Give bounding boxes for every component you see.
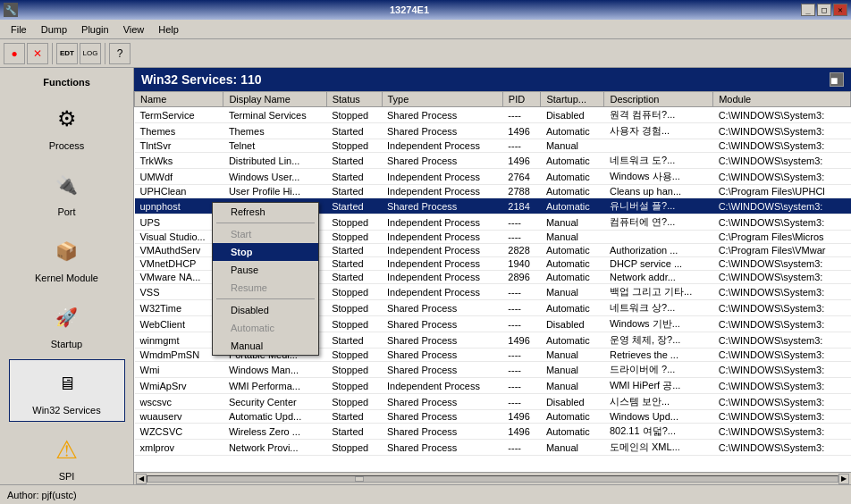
table-cell: Stopped xyxy=(326,139,382,153)
context-menu-item-refresh[interactable]: Refresh xyxy=(213,203,318,221)
table-cell: wuauserv xyxy=(135,410,223,424)
table-cell: Wireless Zero ... xyxy=(223,424,326,440)
table-cell: C:\WINDOWS\system3: xyxy=(713,271,851,284)
table-cell: Themes xyxy=(223,123,326,139)
table-row[interactable]: TrkWksDistributed Lin...StartedShared Pr… xyxy=(135,153,851,169)
menu-file[interactable]: File xyxy=(4,22,34,37)
table-cell: VMAuthdServ xyxy=(135,244,223,257)
table-cell: Authorization ... xyxy=(604,244,713,257)
minimize-button[interactable]: _ xyxy=(801,4,815,16)
table-row[interactable]: wscsvсSecurity CenterStoppedShared Proce… xyxy=(135,394,851,410)
table-cell: WmiApSrv xyxy=(135,378,223,394)
col-desc[interactable]: Description xyxy=(604,92,713,107)
context-menu-item-manual[interactable]: Manual xyxy=(213,337,318,355)
content-header-icon[interactable]: ■ xyxy=(830,72,844,87)
table-cell: C:\Program Files\UPHCl xyxy=(713,185,851,198)
table-cell: WMI HiPerf 공... xyxy=(604,378,713,394)
menu-view[interactable]: View xyxy=(116,22,152,37)
table-cell: 백업 그리고 기타... xyxy=(604,284,713,300)
table-cell: Shared Process xyxy=(382,198,502,214)
menu-help[interactable]: Help xyxy=(151,22,186,37)
context-menu-item-disabled[interactable]: Disabled xyxy=(213,301,318,319)
sidebar-label-kernel: Kernel Module xyxy=(35,273,98,283)
table-cell: Manual xyxy=(541,139,604,153)
table-cell: 1496 xyxy=(502,424,541,440)
menu-plugin[interactable]: Plugin xyxy=(74,22,116,37)
table-cell: 2896 xyxy=(502,271,541,284)
table-cell: 네트워크 상?... xyxy=(604,300,713,316)
table-cell: Stopped xyxy=(326,231,382,244)
process-icon: ⚙ xyxy=(49,101,85,137)
toolbar-log-btn[interactable]: LOG xyxy=(80,43,101,64)
horizontal-scrollbar[interactable]: ◀ ▶ xyxy=(134,472,851,484)
table-cell: WZCSVC xyxy=(135,424,223,440)
col-module[interactable]: Module xyxy=(713,92,851,107)
table-cell: Windows Man... xyxy=(223,362,326,378)
table-cell: C:\WINDOWS\system3: xyxy=(713,257,851,271)
col-display[interactable]: Display Name xyxy=(223,92,326,107)
context-menu-item-pause[interactable]: Pause xyxy=(213,261,318,279)
toolbar-red-btn[interactable]: ● xyxy=(4,43,25,64)
col-pid[interactable]: PID xyxy=(502,92,541,107)
table-cell: Cleans up han... xyxy=(604,185,713,198)
sidebar-item-port[interactable]: 🔌 Port xyxy=(9,161,125,223)
maximize-button[interactable]: □ xyxy=(817,4,831,16)
table-cell: Shared Process xyxy=(382,300,502,316)
table-cell xyxy=(604,231,713,244)
col-type[interactable]: Type xyxy=(382,92,502,107)
scroll-right[interactable]: ▶ xyxy=(838,474,849,484)
table-row[interactable]: UPHCleanUser Profile Hi...StartedIndepen… xyxy=(135,185,851,198)
window-title: 13274E1 xyxy=(18,4,801,15)
table-row[interactable]: TermServiceTerminal ServicesStoppedShare… xyxy=(135,107,851,123)
sidebar-item-spi[interactable]: ⚠ SPI xyxy=(9,425,125,484)
sidebar-item-kernel-module[interactable]: 📦 Kernel Module xyxy=(9,227,125,290)
table-cell: Manual xyxy=(541,349,604,362)
context-menu-item-resume: Resume xyxy=(213,279,318,297)
context-menu-item-stop[interactable]: Stop xyxy=(213,243,318,261)
scroll-track[interactable] xyxy=(147,475,838,483)
table-cell: C:\WINDOWS\System3: xyxy=(713,424,851,440)
context-menu-separator xyxy=(216,223,315,223)
table-cell: Stopped xyxy=(326,284,382,300)
table-row[interactable]: ThemesThemesStartedShared Process1496Aut… xyxy=(135,123,851,139)
table-row[interactable]: TlntSvrTelnetStoppedIndependent Process-… xyxy=(135,139,851,153)
toolbar-help-btn[interactable]: ? xyxy=(109,43,131,64)
sidebar-item-win32[interactable]: 🖥 Win32 Services xyxy=(9,359,125,422)
table-row[interactable]: wuauservAutomatic Upd...StartedShared Pr… xyxy=(135,410,851,424)
scroll-thumb[interactable] xyxy=(355,476,364,482)
table-row[interactable]: WmiApSrvWMI Performa...StoppedIndependen… xyxy=(135,378,851,394)
table-cell: Shared Process xyxy=(382,153,502,169)
table-cell: VSS xyxy=(135,284,223,300)
table-cell: 1496 xyxy=(502,153,541,169)
context-menu-separator xyxy=(216,298,315,299)
toolbar-edt-btn[interactable]: EDT xyxy=(56,43,78,64)
title-bar-icon: 🔧 xyxy=(4,3,18,17)
table-cell: Manual xyxy=(541,378,604,394)
table-cell: ---- xyxy=(502,214,541,231)
table-cell: 네트워크 도?... xyxy=(604,153,713,169)
close-button[interactable]: ✕ xyxy=(833,4,847,16)
sidebar-item-process[interactable]: ⚙ Process xyxy=(9,95,125,157)
table-cell: Shared Process xyxy=(382,362,502,378)
table-cell: Shared Process xyxy=(382,410,502,424)
scroll-left[interactable]: ◀ xyxy=(136,474,147,484)
toolbar-close-btn[interactable]: ✕ xyxy=(27,43,48,64)
table-cell: Stopped xyxy=(326,362,382,378)
table-row[interactable]: UMWdfWindows User...StartedIndependent P… xyxy=(135,169,851,185)
table-row[interactable]: WZCSVCWireless Zero ...StartedShared Pro… xyxy=(135,424,851,440)
table-row[interactable]: WmiWindows Man...StoppedShared Process--… xyxy=(135,362,851,378)
table-cell: Shared Process xyxy=(382,349,502,362)
col-status[interactable]: Status xyxy=(326,92,382,107)
table-cell: Automatic xyxy=(541,169,604,185)
table-row[interactable]: xmlprovNetwork Provi...StoppedShared Pro… xyxy=(135,440,851,456)
table-cell: Automatic xyxy=(541,410,604,424)
sidebar-item-startup[interactable]: 🚀 Startup xyxy=(9,293,125,356)
menu-dump[interactable]: Dump xyxy=(34,22,74,37)
table-cell: upnphost xyxy=(135,198,223,214)
table-cell: 1496 xyxy=(502,410,541,424)
table-cell: 원격 컴퓨터?... xyxy=(604,107,713,123)
table-cell: 컴퓨터에 연?... xyxy=(604,214,713,231)
col-startup[interactable]: Startup... xyxy=(541,92,604,107)
table-cell: C:\WINDOWS\System3: xyxy=(713,440,851,456)
col-name[interactable]: Name xyxy=(135,92,223,107)
